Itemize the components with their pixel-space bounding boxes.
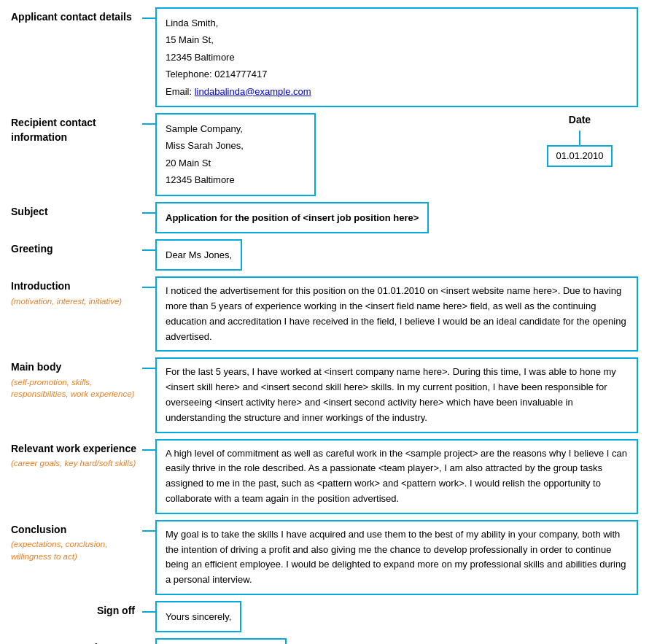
signoff-connector [142,601,155,613]
main-body-box: For the last 5 years, I have worked at <… [155,357,638,432]
relevant-work-label: Relevant work experience [11,442,142,457]
conclusion-section: Conclusion (expectations, conclusion, wi… [11,520,638,595]
greeting-label-col: Greeting [11,239,142,257]
applicant-email-link[interactable]: lindabalinda@example.com [195,86,311,97]
conclusion-connector-line [142,530,155,532]
conclusion-box: My goal is to take the skills I have acq… [155,520,638,595]
subject-content: Application for the position of <insert … [155,202,638,233]
introduction-label: Introduction [11,279,142,294]
relevant-work-text: A high level of commitment as well as ca… [166,448,627,504]
subject-box: Application for the position of <insert … [155,202,429,233]
introduction-text: I noticed the advertisement for this pos… [166,285,626,341]
signoff-connector-line [142,611,155,613]
greeting-section: Greeting Dear Ms Jones, [11,239,638,271]
recipient-contact: Miss Sarah Jones, [166,137,306,154]
recipient-connector-line [142,123,155,125]
applicant-label: Applicant contact details [11,10,142,25]
relevant-work-section: Relevant work experience (career goals, … [11,439,638,514]
main-body-content: For the last 5 years, I have worked at <… [155,357,638,432]
main-body-label-col: Main body (self-promotion, skills, respo… [11,357,142,400]
applicant-email-prefix: Email: [166,86,195,97]
recipient-label-col: Recipient contact information [11,113,142,144]
applicant-telephone: Telephone: 0214777417 [166,66,628,82]
signoff-label-col: Sign off [11,601,142,618]
subject-section: Subject Application for the position of … [11,202,638,233]
recipient-part: Recipient contact information Sample Com… [11,113,521,196]
subject-connector-line [142,212,155,214]
signoff-content: Yours sincerely, [155,601,638,632]
date-section: Date 01.01.2010 [521,113,638,167]
signoff-section: Sign off Yours sincerely, [11,601,638,632]
conclusion-sublabel: (expectations, conclusion, willingness t… [11,538,142,562]
applicant-content: Linda Smith, 15 Main St, 12345 Baltimore… [155,7,638,107]
main-body-section: Main body (self-promotion, skills, respo… [11,357,638,432]
signature-connector [142,638,155,644]
applicant-connector [142,7,155,19]
applicant-section: Applicant contact details Linda Smith, 1… [11,7,638,107]
main-body-label: Main body [11,360,142,375]
recipient-city: 12345 Baltimore [166,171,306,188]
recipient-box: Sample Company, Miss Sarah Jones, 20 Mai… [155,113,316,196]
introduction-sublabel: (motivation, interest, initiative) [11,295,142,307]
applicant-email-row: Email: lindabalinda@example.com [166,83,628,100]
main-body-sublabel: (self-promotion, skills, responsibilitie… [11,376,142,400]
relevant-work-box: A high level of commitment as well as ca… [155,439,638,514]
relevant-work-label-col: Relevant work experience (career goals, … [11,439,142,470]
relevant-work-sublabel: (career goals, key hard/soft skills) [11,457,142,469]
introduction-connector-line [142,287,155,288]
applicant-label-col: Applicant contact details [11,7,142,25]
subject-label: Subject [11,205,142,220]
signature-box: <Insert signature here> Linda Smith [155,638,287,644]
signoff-label: Sign off [11,604,135,618]
date-label: Date [569,113,591,128]
main-body-connector [142,357,155,369]
greeting-connector [142,239,155,251]
relevant-work-connector [142,439,155,451]
introduction-label-col: Introduction (motivation, interest, init… [11,276,142,307]
date-connector-line [579,131,580,145]
recipient-content: Sample Company, Miss Sarah Jones, 20 Mai… [155,113,521,196]
recipient-address: 20 Main St [166,155,306,171]
main-body-text: For the last 5 years, I have worked at <… [166,366,616,422]
conclusion-label-col: Conclusion (expectations, conclusion, wi… [11,520,142,562]
signature-label: Signature [11,641,135,644]
signoff-text: Yours sincerely, [166,611,231,622]
signature-label-col: Signature [11,638,142,644]
conclusion-connector [142,520,155,532]
greeting-box: Dear Ms Jones, [155,239,242,271]
introduction-connector [142,276,155,288]
page-layout: Applicant contact details Linda Smith, 1… [11,7,638,644]
greeting-text: Dear Ms Jones, [166,249,232,260]
signature-section: Signature <Insert signature here> Linda … [11,638,638,644]
introduction-section: Introduction (motivation, interest, init… [11,276,638,352]
recipient-connector [142,113,155,125]
subject-text: Application for the position of <insert … [166,212,419,223]
applicant-connector-line [142,18,155,19]
subject-connector [142,202,155,214]
greeting-connector-line [142,249,155,251]
greeting-label: Greeting [11,242,142,257]
relevant-work-connector-line [142,449,155,451]
recipient-company: Sample Company, [166,120,306,137]
relevant-work-content: A high level of commitment as well as ca… [155,439,638,514]
applicant-name: Linda Smith, [166,15,628,31]
main-body-connector-line [142,368,155,369]
applicant-box: Linda Smith, 15 Main St, 12345 Baltimore… [155,7,638,107]
conclusion-content: My goal is to take the skills I have acq… [155,520,638,595]
applicant-address1: 15 Main St, [166,31,628,48]
subject-label-col: Subject [11,202,142,220]
conclusion-label: Conclusion [11,523,142,538]
applicant-city: 12345 Baltimore [166,49,628,66]
introduction-content: I noticed the advertisement for this pos… [155,276,638,352]
conclusion-text: My goal is to take the skills I have acq… [166,529,626,585]
introduction-box: I noticed the advertisement for this pos… [155,276,638,352]
signoff-box: Yours sincerely, [155,601,241,632]
recipient-label: Recipient contact information [11,116,142,144]
signature-content: <Insert signature here> Linda Smith [155,638,638,644]
recipient-date-row: Recipient contact information Sample Com… [11,113,638,196]
greeting-content: Dear Ms Jones, [155,239,638,271]
date-box: 01.01.2010 [547,145,612,167]
